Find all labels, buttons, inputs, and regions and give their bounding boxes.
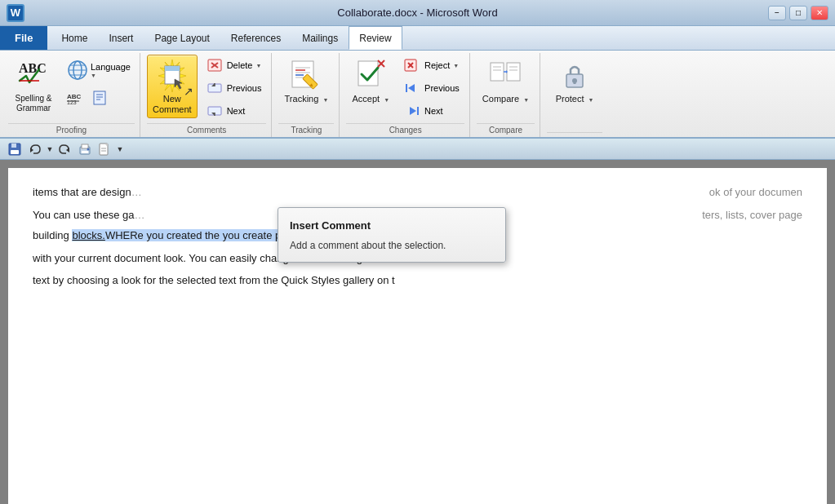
abc-123-row: ABC 123 bbox=[62, 87, 135, 108]
svg-marker-60 bbox=[66, 148, 69, 153]
reject-icon bbox=[403, 58, 421, 73]
delete-comment-button[interactable]: Delete ▼ bbox=[201, 55, 267, 76]
reject-button[interactable]: Reject ▼ bbox=[398, 55, 464, 76]
doc-para-1: items that are design… ok of your docume… bbox=[33, 184, 802, 201]
tracking-group-label: Tracking bbox=[278, 123, 334, 137]
title-bar: W Collaborate.docx - Microsoft Word − □ … bbox=[0, 0, 835, 26]
delete-label: Delete bbox=[227, 60, 253, 70]
next-label: Next bbox=[227, 106, 246, 116]
save-button[interactable] bbox=[7, 141, 23, 157]
new-doc-button[interactable] bbox=[96, 141, 113, 157]
new-comment-button[interactable]: NewComment ↗ bbox=[147, 55, 198, 118]
reject-dropdown: ▼ bbox=[453, 63, 459, 69]
svg-rect-46 bbox=[507, 63, 520, 81]
new-comment-icon bbox=[155, 58, 189, 92]
doc-para-5: text by choosing a look for the selected… bbox=[33, 272, 802, 289]
menu-item-file[interactable]: File bbox=[0, 26, 47, 50]
doc-text-1b: ok of your documen bbox=[709, 184, 802, 201]
customize-qat-button[interactable]: ▼ bbox=[116, 141, 124, 157]
protect-dropdown: ▼ bbox=[588, 97, 594, 103]
svg-rect-10 bbox=[94, 91, 105, 104]
svg-point-64 bbox=[87, 148, 90, 150]
language-col: Language ▼ ABC 123 bbox=[62, 55, 135, 108]
menu-item-review[interactable]: Review bbox=[349, 26, 402, 50]
compare-icon bbox=[488, 58, 522, 92]
maximize-button[interactable]: □ bbox=[789, 6, 807, 20]
menu-item-mailings[interactable]: Mailings bbox=[291, 26, 349, 50]
svg-rect-62 bbox=[82, 144, 88, 148]
changes-content: Accept ▼ Reject ▼ bbox=[346, 55, 464, 122]
redo-button[interactable] bbox=[57, 141, 73, 157]
language-dropdown-arrow: ▼ bbox=[91, 73, 96, 78]
prev-change-button[interactable]: Previous bbox=[398, 77, 464, 99]
doc-ellipsis-2: … bbox=[135, 209, 145, 221]
svg-rect-55 bbox=[574, 81, 576, 84]
ribbon: ABC Spelling &Grammar bbox=[0, 51, 835, 139]
language-label: Language bbox=[91, 62, 131, 72]
menu-item-references[interactable]: References bbox=[220, 26, 291, 50]
spelling-grammar-button[interactable]: ABC Spelling &Grammar bbox=[8, 55, 59, 117]
new-comment-label: NewComment bbox=[153, 94, 192, 115]
prev-comment-button[interactable]: Previous bbox=[201, 77, 267, 99]
protect-button[interactable]: Protect ▼ bbox=[547, 55, 602, 108]
ribbon-group-tracking: Tracking ▼ Tracking bbox=[273, 53, 340, 137]
thesaurus-button[interactable] bbox=[88, 87, 113, 108]
doc-text-3b-highlight: blocks. bbox=[72, 229, 104, 241]
close-button[interactable]: ✕ bbox=[811, 6, 828, 20]
svg-rect-45 bbox=[491, 63, 504, 81]
svg-rect-58 bbox=[11, 150, 19, 154]
doc-text-2b: ters, lists, cover page bbox=[702, 207, 802, 223]
undo-button[interactable] bbox=[26, 141, 42, 157]
minimize-button[interactable]: − bbox=[768, 6, 786, 20]
ribbon-group-comments: NewComment ↗ Delete ▼ bbox=[142, 53, 272, 137]
language-button[interactable]: Language ▼ bbox=[62, 55, 135, 86]
accept-button[interactable]: Accept ▼ bbox=[346, 55, 395, 108]
svg-rect-16 bbox=[165, 66, 180, 71]
next-change-label: Next bbox=[424, 106, 443, 116]
svg-marker-59 bbox=[30, 148, 33, 153]
next-change-button[interactable]: Next bbox=[398, 100, 464, 122]
doc-text-1a: items that are design bbox=[33, 186, 131, 198]
document-area: items that are design… ok of your docume… bbox=[0, 160, 835, 504]
accept-icon bbox=[353, 58, 388, 92]
tooltip-description: Add a comment about the selection. bbox=[290, 239, 494, 253]
tracking-icon bbox=[289, 58, 323, 92]
window-title: Collaborate.docx - Microsoft Word bbox=[337, 7, 497, 19]
accept-label: Accept ▼ bbox=[352, 94, 389, 104]
word-count-button[interactable]: ABC 123 bbox=[62, 87, 87, 108]
prev-comment-icon bbox=[206, 81, 224, 95]
compare-group-label: Compare bbox=[477, 123, 535, 137]
comment-nav-group: Delete ▼ Previous bbox=[201, 55, 267, 122]
print-preview-button[interactable] bbox=[77, 141, 93, 157]
compare-button[interactable]: Compare ▼ bbox=[477, 55, 535, 108]
doc-ellipsis-1: … bbox=[131, 186, 142, 198]
undo-dropdown[interactable]: ▼ bbox=[46, 141, 54, 157]
menu-item-page-layout[interactable]: Page Layout bbox=[144, 26, 220, 50]
compare-content: Compare ▼ bbox=[477, 55, 535, 122]
next-change-icon bbox=[403, 104, 421, 118]
doc-text-3a: building bbox=[33, 229, 72, 241]
svg-marker-43 bbox=[410, 107, 416, 115]
svg-rect-57 bbox=[11, 144, 16, 148]
doc-text-2a: You can use these ga bbox=[33, 209, 135, 221]
ribbon-group-proofing: ABC Spelling &Grammar bbox=[3, 53, 140, 137]
window-controls: − □ ✕ bbox=[768, 6, 828, 20]
menu-item-home[interactable]: Home bbox=[51, 26, 98, 50]
protect-icon bbox=[557, 58, 592, 92]
svg-marker-41 bbox=[408, 84, 415, 92]
svg-text:123: 123 bbox=[67, 99, 77, 105]
next-comment-icon bbox=[206, 104, 224, 118]
tracking-button[interactable]: Tracking ▼ bbox=[278, 55, 334, 108]
tooltip-popup: Insert Comment Add a comment about the s… bbox=[278, 207, 506, 263]
tracking-content: Tracking ▼ bbox=[278, 55, 334, 122]
reject-label: Reject bbox=[424, 60, 450, 70]
delete-comment-icon bbox=[206, 58, 224, 73]
protect-content: Protect ▼ bbox=[547, 55, 602, 130]
next-comment-button[interactable]: Next bbox=[201, 100, 267, 122]
svg-text:ABC: ABC bbox=[19, 61, 47, 75]
thesaurus-icon bbox=[92, 90, 109, 106]
delete-arrow: ▼ bbox=[255, 63, 261, 69]
comments-content: NewComment ↗ Delete ▼ bbox=[147, 55, 266, 122]
menu-item-insert[interactable]: Insert bbox=[98, 26, 144, 50]
comments-label: Comments bbox=[147, 123, 266, 137]
